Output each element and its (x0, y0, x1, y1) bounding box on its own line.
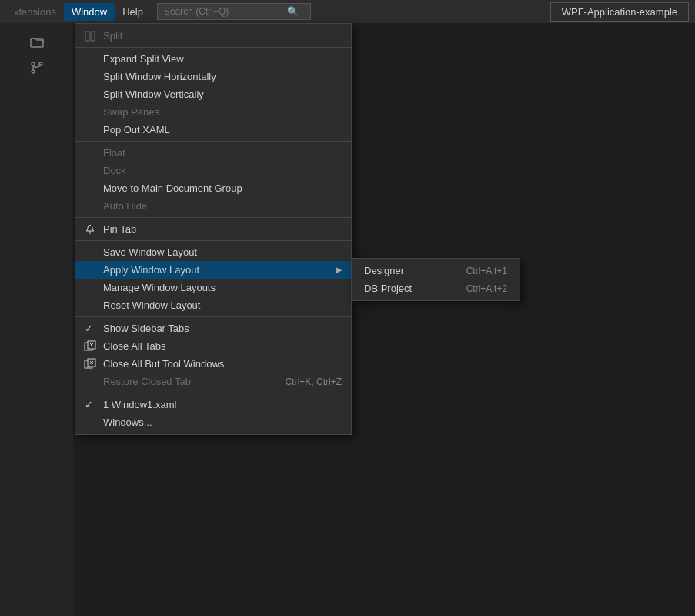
help-menu-item[interactable]: Help (115, 3, 151, 21)
svg-point-1 (32, 62, 35, 65)
separator-4 (75, 240, 351, 241)
windows-item[interactable]: Windows... (75, 413, 351, 431)
app-title: WPF-Application-example (550, 2, 689, 22)
manage-window-layouts-item[interactable]: Manage Window Layouts (75, 279, 351, 296)
close-all-but-tool-windows-item[interactable]: Close All But Tool Windows (75, 355, 351, 373)
checkmark-window1-icon: ✓ (85, 399, 93, 410)
dock-item[interactable]: Dock (75, 162, 351, 179)
split-icon (83, 29, 97, 43)
window-menu-item[interactable]: Window (64, 3, 115, 21)
move-to-main-doc-group-item[interactable]: Move to Main Document Group (75, 179, 351, 197)
close-all-but-tool-icon (83, 357, 97, 371)
show-sidebar-tabs-item[interactable]: ✓ Show Sidebar Tabs (75, 320, 351, 337)
window-dropdown-menu: Split Expand Split View Split Window Hor… (75, 23, 352, 435)
window1-item[interactable]: ✓ 1 Window1.xaml (75, 396, 351, 413)
reset-window-layout-item[interactable]: Reset Window Layout (75, 296, 351, 314)
separator-5 (75, 316, 351, 317)
menu-bar: xtensions Window Help 🔍 WPF-Application-… (0, 0, 695, 23)
separator-6 (75, 393, 351, 393)
swap-panes-item[interactable]: Swap Panes (75, 103, 351, 121)
separator-2 (75, 141, 351, 142)
split-window-horizontally-item[interactable]: Split Window Horizontally (75, 68, 351, 85)
close-all-tabs-icon (83, 340, 97, 353)
git-icon[interactable] (23, 57, 51, 79)
pin-tab-item[interactable]: Pin Tab (75, 220, 351, 238)
separator-3 (75, 217, 351, 218)
submenu-arrow-icon: ▶ (317, 265, 342, 275)
split-window-vertically-item[interactable]: Split Window Vertically (75, 85, 351, 103)
apply-layout-submenu: Designer Ctrl+Alt+1 DB Project Ctrl+Alt+… (351, 258, 520, 301)
close-all-tabs-item[interactable]: Close All Tabs (75, 337, 351, 355)
search-box[interactable]: 🔍 (157, 3, 311, 20)
checkmark-icon: ✓ (85, 323, 93, 334)
extensions-menu-item[interactable]: xtensions (6, 3, 64, 21)
expand-split-view-item[interactable]: Expand Split View (75, 50, 351, 68)
designer-submenu-item[interactable]: Designer Ctrl+Alt+1 (352, 262, 520, 280)
pin-icon (83, 223, 97, 236)
auto-hide-item[interactable]: Auto Hide (75, 197, 351, 215)
save-window-layout-item[interactable]: Save Window Layout (75, 243, 351, 261)
apply-window-layout-item[interactable]: Apply Window Layout ▶ Designer Ctrl+Alt+… (75, 261, 351, 279)
split-menu-item[interactable]: Split (75, 27, 351, 45)
search-icon[interactable]: 🔍 (287, 6, 299, 17)
svg-point-2 (32, 70, 35, 73)
svg-rect-4 (85, 32, 89, 41)
pop-out-xaml-item[interactable]: Pop Out XAML (75, 121, 351, 139)
separator-1 (75, 47, 351, 48)
db-project-submenu-item[interactable]: DB Project Ctrl+Alt+2 (352, 280, 520, 297)
folder-icon[interactable] (23, 31, 51, 52)
svg-rect-5 (91, 32, 95, 41)
restore-closed-tab-item[interactable]: Restore Closed Tab Ctrl+K, Ctrl+Z (75, 373, 351, 390)
side-panel (0, 23, 73, 616)
float-item[interactable]: Float (75, 144, 351, 162)
search-input[interactable] (164, 6, 287, 17)
